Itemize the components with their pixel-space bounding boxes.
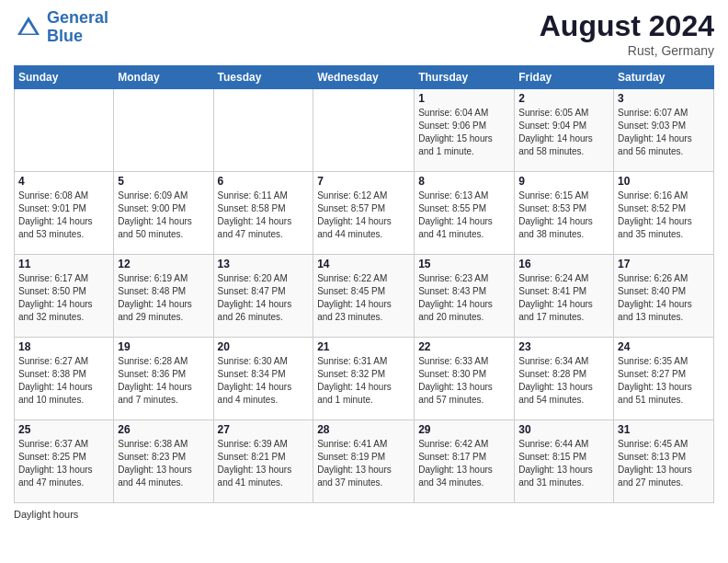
calendar-day-cell: 22Sunrise: 6:33 AMSunset: 8:30 PMDayligh… <box>415 338 515 420</box>
calendar-day-cell: 25Sunrise: 6:37 AMSunset: 8:25 PMDayligh… <box>15 420 114 503</box>
day-info: Sunrise: 6:12 AMSunset: 8:57 PMDaylight:… <box>317 190 410 241</box>
calendar-day-cell: 29Sunrise: 6:42 AMSunset: 8:17 PMDayligh… <box>415 420 515 503</box>
day-info: Sunrise: 6:15 AMSunset: 8:53 PMDaylight:… <box>518 190 609 241</box>
day-number: 8 <box>418 175 510 188</box>
calendar-day-cell: 5Sunrise: 6:09 AMSunset: 9:00 PMDaylight… <box>114 172 213 255</box>
day-number: 17 <box>618 258 710 270</box>
day-info: Sunrise: 6:26 AMSunset: 8:40 PMDaylight:… <box>618 272 710 324</box>
day-info: Sunrise: 6:05 AMSunset: 9:04 PMDaylight:… <box>518 107 609 158</box>
day-info: Sunrise: 6:08 AMSunset: 9:01 PMDaylight:… <box>18 190 109 241</box>
day-info: Sunrise: 6:09 AMSunset: 9:00 PMDaylight:… <box>118 190 209 241</box>
calendar-week-row: 25Sunrise: 6:37 AMSunset: 8:25 PMDayligh… <box>15 420 714 503</box>
calendar-day-cell: 27Sunrise: 6:39 AMSunset: 8:21 PMDayligh… <box>213 420 313 503</box>
day-info: Sunrise: 6:04 AMSunset: 9:06 PMDaylight:… <box>418 107 510 158</box>
calendar-day-cell: 6Sunrise: 6:11 AMSunset: 8:58 PMDaylight… <box>213 172 313 255</box>
day-info: Sunrise: 6:20 AMSunset: 8:47 PMDaylight:… <box>218 272 310 324</box>
calendar-day-cell: 11Sunrise: 6:17 AMSunset: 8:50 PMDayligh… <box>15 255 114 338</box>
day-number: 16 <box>518 258 609 270</box>
calendar-day-header: Friday <box>515 66 614 89</box>
calendar-day-cell: 28Sunrise: 6:41 AMSunset: 8:19 PMDayligh… <box>313 420 415 503</box>
day-number: 1 <box>418 92 510 105</box>
calendar-day-cell: 8Sunrise: 6:13 AMSunset: 8:55 PMDaylight… <box>415 172 515 255</box>
day-info: Sunrise: 6:34 AMSunset: 8:28 PMDaylight:… <box>518 355 609 407</box>
day-number: 15 <box>418 258 510 270</box>
day-info: Sunrise: 6:41 AMSunset: 8:19 PMDaylight:… <box>317 438 410 489</box>
day-info: Sunrise: 6:28 AMSunset: 8:36 PMDaylight:… <box>118 355 209 407</box>
logo-icon <box>14 13 43 42</box>
calendar-day-cell <box>114 89 213 172</box>
page: General Blue August 2024 Rust, Germany S… <box>0 0 728 563</box>
calendar-week-row: 1Sunrise: 6:04 AMSunset: 9:06 PMDaylight… <box>15 89 714 172</box>
calendar-day-cell: 19Sunrise: 6:28 AMSunset: 8:36 PMDayligh… <box>114 338 213 420</box>
day-number: 12 <box>118 258 209 270</box>
calendar-day-cell: 20Sunrise: 6:30 AMSunset: 8:34 PMDayligh… <box>213 338 313 420</box>
calendar-day-cell: 2Sunrise: 6:05 AMSunset: 9:04 PMDaylight… <box>515 89 614 172</box>
calendar-day-cell: 14Sunrise: 6:22 AMSunset: 8:45 PMDayligh… <box>313 255 415 338</box>
calendar-day-cell: 1Sunrise: 6:04 AMSunset: 9:06 PMDaylight… <box>415 89 515 172</box>
calendar-day-header: Thursday <box>415 66 515 89</box>
day-info: Sunrise: 6:45 AMSunset: 8:13 PMDaylight:… <box>618 438 710 489</box>
calendar-week-row: 18Sunrise: 6:27 AMSunset: 8:38 PMDayligh… <box>15 338 714 420</box>
calendar-day-header: Wednesday <box>313 66 415 89</box>
calendar: SundayMondayTuesdayWednesdayThursdayFrid… <box>14 65 714 503</box>
calendar-day-cell: 26Sunrise: 6:38 AMSunset: 8:23 PMDayligh… <box>114 420 213 503</box>
logo-line1: General <box>47 8 108 27</box>
calendar-day-cell: 13Sunrise: 6:20 AMSunset: 8:47 PMDayligh… <box>213 255 313 338</box>
calendar-day-cell: 21Sunrise: 6:31 AMSunset: 8:32 PMDayligh… <box>313 338 415 420</box>
day-number: 11 <box>18 258 109 270</box>
calendar-day-header: Sunday <box>15 66 114 89</box>
calendar-week-row: 4Sunrise: 6:08 AMSunset: 9:01 PMDaylight… <box>15 172 714 255</box>
day-info: Sunrise: 6:31 AMSunset: 8:32 PMDaylight:… <box>317 355 410 407</box>
day-number: 22 <box>418 340 510 353</box>
calendar-day-cell: 16Sunrise: 6:24 AMSunset: 8:41 PMDayligh… <box>515 255 614 338</box>
subtitle: Rust, Germany <box>540 43 714 58</box>
day-info: Sunrise: 6:23 AMSunset: 8:43 PMDaylight:… <box>418 272 510 324</box>
day-info: Sunrise: 6:37 AMSunset: 8:25 PMDaylight:… <box>18 438 109 489</box>
day-number: 14 <box>317 258 410 270</box>
calendar-day-header: Saturday <box>614 66 714 89</box>
calendar-day-cell: 10Sunrise: 6:16 AMSunset: 8:52 PMDayligh… <box>614 172 714 255</box>
day-number: 28 <box>317 423 410 436</box>
day-number: 27 <box>218 423 310 436</box>
day-info: Sunrise: 6:35 AMSunset: 8:27 PMDaylight:… <box>618 355 710 407</box>
day-number: 7 <box>317 175 410 188</box>
day-info: Sunrise: 6:22 AMSunset: 8:45 PMDaylight:… <box>317 272 410 324</box>
calendar-day-cell: 18Sunrise: 6:27 AMSunset: 8:38 PMDayligh… <box>15 338 114 420</box>
day-number: 9 <box>518 175 609 188</box>
day-number: 5 <box>118 175 209 188</box>
calendar-day-cell <box>213 89 313 172</box>
logo-line2: Blue <box>47 27 83 45</box>
calendar-day-cell: 7Sunrise: 6:12 AMSunset: 8:57 PMDaylight… <box>313 172 415 255</box>
calendar-week-row: 11Sunrise: 6:17 AMSunset: 8:50 PMDayligh… <box>15 255 714 338</box>
logo-text: General Blue <box>47 9 108 46</box>
day-info: Sunrise: 6:38 AMSunset: 8:23 PMDaylight:… <box>118 438 209 489</box>
day-info: Sunrise: 6:33 AMSunset: 8:30 PMDaylight:… <box>418 355 510 407</box>
calendar-day-cell <box>15 89 114 172</box>
calendar-day-cell: 12Sunrise: 6:19 AMSunset: 8:48 PMDayligh… <box>114 255 213 338</box>
day-number: 30 <box>518 423 609 436</box>
day-number: 20 <box>218 340 310 353</box>
day-number: 13 <box>218 258 310 270</box>
calendar-day-header: Tuesday <box>213 66 313 89</box>
day-info: Sunrise: 6:07 AMSunset: 9:03 PMDaylight:… <box>618 107 710 158</box>
day-info: Sunrise: 6:27 AMSunset: 8:38 PMDaylight:… <box>18 355 109 407</box>
day-number: 24 <box>618 340 710 353</box>
day-number: 18 <box>18 340 109 353</box>
calendar-day-cell: 15Sunrise: 6:23 AMSunset: 8:43 PMDayligh… <box>415 255 515 338</box>
day-number: 19 <box>118 340 209 353</box>
calendar-day-cell: 9Sunrise: 6:15 AMSunset: 8:53 PMDaylight… <box>515 172 614 255</box>
logo: General Blue <box>14 9 108 46</box>
day-number: 4 <box>18 175 109 188</box>
day-info: Sunrise: 6:44 AMSunset: 8:15 PMDaylight:… <box>518 438 609 489</box>
title-block: August 2024 Rust, Germany <box>540 9 714 58</box>
calendar-day-cell: 4Sunrise: 6:08 AMSunset: 9:01 PMDaylight… <box>15 172 114 255</box>
day-info: Sunrise: 6:13 AMSunset: 8:55 PMDaylight:… <box>418 190 510 241</box>
calendar-header-row: SundayMondayTuesdayWednesdayThursdayFrid… <box>15 66 714 89</box>
calendar-day-cell: 23Sunrise: 6:34 AMSunset: 8:28 PMDayligh… <box>515 338 614 420</box>
calendar-day-cell: 30Sunrise: 6:44 AMSunset: 8:15 PMDayligh… <box>515 420 614 503</box>
main-title: August 2024 <box>540 9 714 43</box>
day-number: 3 <box>618 92 710 105</box>
calendar-day-cell <box>313 89 415 172</box>
calendar-day-cell: 31Sunrise: 6:45 AMSunset: 8:13 PMDayligh… <box>614 420 714 503</box>
calendar-day-cell: 3Sunrise: 6:07 AMSunset: 9:03 PMDaylight… <box>614 89 714 172</box>
